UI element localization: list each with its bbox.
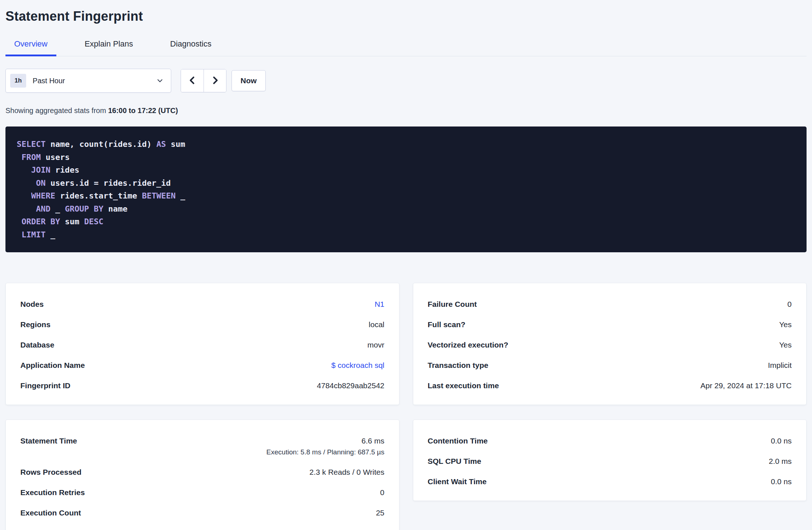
sql-line: ON users.id = rides.rider_id bbox=[17, 177, 795, 190]
statement-time-label: Statement Time bbox=[20, 437, 77, 445]
vectorized-execution-row: Vectorized execution?Yes bbox=[428, 341, 792, 349]
statement-time-row: Statement Time6.6 msExecution: 5.8 ms / … bbox=[20, 437, 385, 456]
nodes-value-wrap: N1 bbox=[375, 300, 385, 309]
time-controls: 1h Past Hour Now bbox=[5, 69, 807, 93]
page-title: Statement Fingerprint bbox=[5, 0, 807, 24]
sql-cpu-time-value: 2.0 ms bbox=[769, 457, 792, 465]
sql-identifier: rides bbox=[51, 165, 79, 174]
sql-identifier: users bbox=[41, 153, 69, 162]
next-timeframe-button[interactable] bbox=[204, 69, 226, 92]
regions-row: Regionslocal bbox=[20, 320, 385, 329]
sql-identifier: sum bbox=[166, 140, 185, 149]
sql-cpu-time-value-wrap: 2.0 ms bbox=[769, 457, 792, 466]
sql-keyword: AS bbox=[156, 140, 166, 149]
sql-keyword: BETWEEN bbox=[142, 191, 176, 200]
execution-count-value: 25 bbox=[376, 509, 384, 517]
sql-keyword: FROM bbox=[21, 153, 41, 162]
sql-identifier bbox=[17, 230, 21, 239]
application-name-link[interactable]: $ cockroach sql bbox=[331, 361, 385, 369]
execution-count-value-wrap: 25 bbox=[376, 509, 384, 517]
sql-identifier: users.id = rides.rider_id bbox=[45, 178, 170, 188]
transaction-type-value: Implicit bbox=[768, 361, 792, 369]
sql-line: ORDER BY sum DESC bbox=[17, 215, 795, 228]
tab-bar: Overview Explain Plans Diagnostics bbox=[5, 36, 807, 56]
info-cards-row: NodesN1RegionslocalDatabasemovrApplicati… bbox=[5, 283, 807, 405]
client-wait-time-row: Client Wait Time0.0 ns bbox=[428, 477, 792, 486]
time-range-label: Past Hour bbox=[33, 77, 156, 85]
fingerprint-id-row: Fingerprint ID4784cb829aab2542 bbox=[20, 381, 385, 390]
now-button[interactable]: Now bbox=[232, 70, 266, 91]
full-scan-row: Full scan?Yes bbox=[428, 320, 792, 329]
database-row: Databasemovr bbox=[20, 341, 385, 349]
execution-count-row: Execution Count25 bbox=[20, 509, 385, 517]
sql-cpu-time-label: SQL CPU Time bbox=[428, 457, 481, 466]
sql-identifier bbox=[17, 191, 31, 200]
sql-line: AND _ GROUP BY name bbox=[17, 202, 795, 216]
tab-explain-plans[interactable]: Explain Plans bbox=[76, 36, 142, 56]
database-value-wrap: movr bbox=[367, 341, 385, 349]
vectorized-execution-value: Yes bbox=[779, 341, 792, 349]
sql-line: WHERE rides.start_time BETWEEN _ bbox=[17, 189, 795, 202]
sql-cpu-time-row: SQL CPU Time2.0 ms bbox=[428, 457, 792, 466]
time-range-dropdown[interactable]: 1h Past Hour bbox=[5, 69, 171, 93]
aggregated-stats-line: Showing aggregated stats from 16:00 to 1… bbox=[5, 107, 807, 115]
sql-identifier: _ bbox=[176, 191, 185, 200]
database-value: movr bbox=[367, 341, 385, 349]
contention-time-value: 0.0 ns bbox=[771, 437, 792, 445]
fingerprint-id-value: 4784cb829aab2542 bbox=[317, 381, 385, 390]
sql-identifier: name bbox=[103, 204, 127, 213]
sql-keyword: DESC bbox=[84, 217, 103, 226]
application-name-value-wrap: $ cockroach sql bbox=[331, 361, 385, 370]
chevron-left-icon bbox=[188, 76, 197, 86]
transaction-type-label: Transaction type bbox=[428, 361, 489, 370]
statement-details-card: NodesN1RegionslocalDatabasemovrApplicati… bbox=[5, 283, 399, 405]
sql-keyword: GROUP BY bbox=[65, 204, 103, 213]
contention-time-row: Contention Time0.0 ns bbox=[428, 437, 792, 445]
sql-line: FROM users bbox=[17, 151, 795, 164]
sql-identifier: sum bbox=[60, 217, 84, 226]
nodes-label: Nodes bbox=[20, 300, 44, 309]
tab-overview[interactable]: Overview bbox=[5, 36, 56, 56]
failure-count-value: 0 bbox=[787, 300, 792, 308]
client-wait-time-label: Client Wait Time bbox=[428, 477, 487, 486]
sql-identifier: rides.start_time bbox=[55, 191, 142, 200]
wait-times-card: Contention Time0.0 nsSQL CPU Time2.0 msC… bbox=[413, 419, 807, 501]
rows-processed-row: Rows Processed2.3 k Reads / 0 Writes bbox=[20, 468, 385, 477]
vectorized-execution-label: Vectorized execution? bbox=[428, 341, 508, 349]
sql-keyword: ORDER BY bbox=[21, 217, 60, 226]
execution-attributes-card: Failure Count0Full scan?YesVectorized ex… bbox=[413, 283, 807, 405]
nodes-link[interactable]: N1 bbox=[375, 300, 385, 308]
sql-identifier: _ bbox=[45, 230, 55, 239]
tab-diagnostics[interactable]: Diagnostics bbox=[161, 36, 220, 56]
rows-processed-value-wrap: 2.3 k Reads / 0 Writes bbox=[309, 468, 384, 477]
sql-keyword: WHERE bbox=[31, 191, 55, 200]
sql-keyword: JOIN bbox=[31, 165, 51, 174]
execution-retries-value-wrap: 0 bbox=[380, 488, 385, 497]
execution-retries-label: Execution Retries bbox=[20, 488, 85, 497]
time-step-buttons bbox=[181, 69, 226, 92]
fingerprint-id-value-wrap: 4784cb829aab2542 bbox=[317, 381, 385, 390]
sql-statement-box: SELECT name, count(rides.id) AS sum FROM… bbox=[5, 127, 807, 252]
previous-timeframe-button[interactable] bbox=[181, 69, 204, 92]
database-label: Database bbox=[20, 341, 54, 349]
client-wait-time-value-wrap: 0.0 ns bbox=[771, 477, 792, 486]
last-execution-time-value: Apr 29, 2024 at 17:18 UTC bbox=[700, 381, 792, 390]
sql-identifier bbox=[17, 217, 21, 226]
statement-time-subvalue: Execution: 5.8 ms / Planning: 687.5 µs bbox=[266, 448, 385, 456]
application-name-label: Application Name bbox=[20, 361, 85, 370]
statement-timing-card: Statement Time6.6 msExecution: 5.8 ms / … bbox=[5, 419, 399, 530]
sql-keyword: AND bbox=[36, 204, 51, 213]
sql-identifier bbox=[17, 204, 36, 213]
sql-identifier: _ bbox=[51, 204, 65, 213]
chevron-down-icon bbox=[156, 77, 164, 84]
sql-keyword: ON bbox=[36, 178, 46, 188]
failure-count-value-wrap: 0 bbox=[787, 300, 792, 309]
last-execution-time-value-wrap: Apr 29, 2024 at 17:18 UTC bbox=[700, 381, 792, 390]
execution-retries-row: Execution Retries0 bbox=[20, 488, 385, 497]
execution-retries-value: 0 bbox=[380, 488, 385, 497]
contention-time-label: Contention Time bbox=[428, 437, 488, 445]
statement-time-value-wrap: 6.6 msExecution: 5.8 ms / Planning: 687.… bbox=[266, 437, 385, 456]
contention-time-value-wrap: 0.0 ns bbox=[771, 437, 792, 445]
aggregated-stats-range: 16:00 to 17:22 (UTC) bbox=[108, 107, 178, 115]
regions-value-wrap: local bbox=[369, 320, 384, 329]
